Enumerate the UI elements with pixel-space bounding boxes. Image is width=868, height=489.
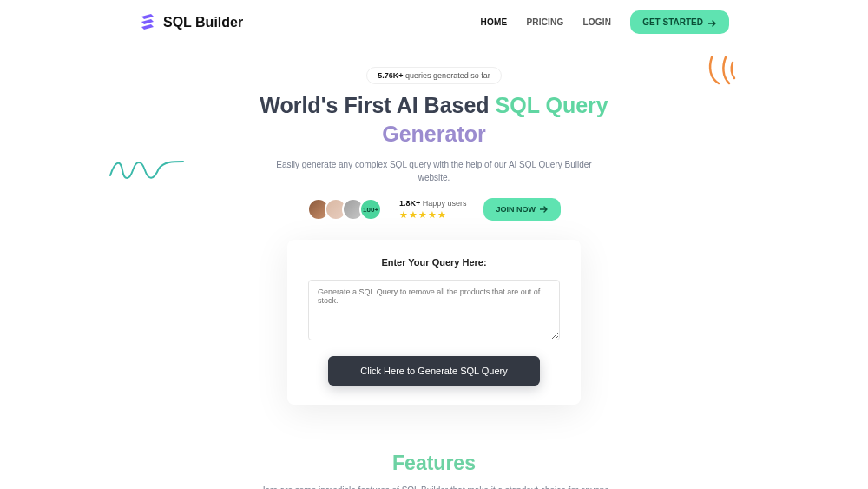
features-title: Features	[0, 452, 868, 475]
query-textarea[interactable]	[308, 280, 560, 340]
star-icon: ★	[409, 209, 418, 221]
nav-pricing[interactable]: PRICING	[526, 17, 563, 27]
database-stack-icon	[139, 13, 156, 32]
star-icon: ★	[418, 209, 427, 221]
hero-title: World's First AI Based SQL Query Generat…	[0, 91, 868, 148]
badge-suffix: queries generated so far	[404, 71, 490, 80]
arrow-right-icon	[708, 19, 717, 26]
nav-login[interactable]: LOGIN	[583, 17, 612, 27]
star-icon: ★	[399, 209, 408, 221]
avatar-more-count: 100+	[359, 198, 382, 221]
hero-title-part-teal: SQL Query	[496, 93, 608, 117]
features-subhead: Here are some incredible features of SQL…	[247, 484, 621, 489]
brand-logo[interactable]: SQL Builder	[139, 13, 243, 32]
query-card: Enter Your Query Here: Click Here to Gen…	[287, 240, 581, 405]
nav-home[interactable]: HOME	[481, 17, 508, 27]
brand-name: SQL Builder	[163, 15, 243, 30]
get-started-label: GET STARTED	[642, 17, 703, 27]
star-rating: ★ ★ ★ ★ ★	[399, 209, 466, 221]
join-now-label: JOIN NOW	[496, 205, 536, 214]
badge-count: 5.76K+	[378, 71, 403, 80]
happy-users-block: 1.8K+ Happy users ★ ★ ★ ★ ★	[399, 199, 466, 221]
generate-sql-button[interactable]: Click Here to Generate SQL Query	[328, 356, 540, 386]
query-card-title: Enter Your Query Here:	[308, 257, 560, 268]
avatar-cluster: 100+	[307, 198, 382, 221]
get-started-button[interactable]: GET STARTED	[630, 10, 729, 34]
star-icon: ★	[428, 209, 437, 221]
queries-generated-badge: 5.76K+ queries generated so far	[366, 67, 501, 84]
hero-title-part-violet: Generator	[382, 122, 485, 146]
happy-suffix: Happy users	[420, 199, 466, 208]
join-now-button[interactable]: JOIN NOW	[483, 198, 561, 221]
happy-count: 1.8K+	[399, 199, 420, 208]
hero-title-part-a: World's First AI Based	[260, 93, 495, 117]
arrow-right-icon	[540, 206, 549, 213]
star-icon: ★	[437, 209, 446, 221]
hero-subhead: Easily generate any complex SQL query wi…	[269, 158, 599, 184]
